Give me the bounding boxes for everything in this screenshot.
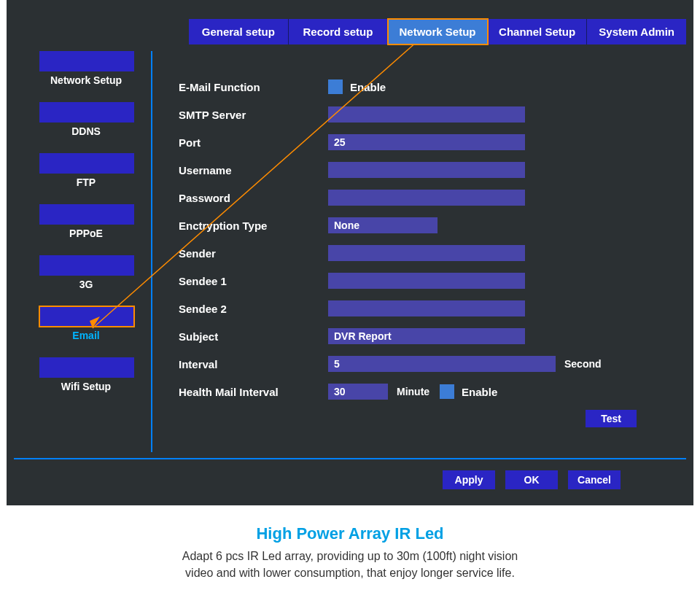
email-settings-form: E-Mail Function Enable SMTP Server Port … <box>152 51 693 452</box>
input-sender[interactable] <box>328 245 525 261</box>
tab-record[interactable]: Record setup <box>289 19 389 44</box>
sidebar: Network Setup DDNS FTP PPPoE 3G Email <box>7 51 152 452</box>
sidebar-item-ddns[interactable]: DDNS <box>39 102 133 143</box>
input-subject[interactable]: DVR Report <box>328 328 525 344</box>
label-port: Port <box>179 136 328 149</box>
apply-button[interactable]: Apply <box>443 470 495 489</box>
sidebar-item-network[interactable]: Network Setup <box>39 51 133 92</box>
label-interval: Interval <box>179 358 328 370</box>
label-password: Password <box>179 192 328 204</box>
unit-second: Second <box>564 358 602 370</box>
label-health-interval: Health Mail Interval <box>179 386 328 398</box>
top-tabs: General setup Record setup Network Setup… <box>7 19 693 44</box>
promo-block: High Power Array IR Led Adapt 6 pcs IR L… <box>0 513 700 603</box>
label-sendee1: Sendee 1 <box>179 275 328 287</box>
promo-line1: Adapt 6 pcs IR Led array, providing up t… <box>0 548 700 564</box>
input-username[interactable] <box>328 162 525 178</box>
label-sendee2: Sendee 2 <box>179 303 328 315</box>
tab-system[interactable]: System Admin <box>587 19 686 44</box>
checkbox-email-enable[interactable] <box>328 79 343 94</box>
cancel-button[interactable]: Cancel <box>568 470 621 489</box>
label-enable: Enable <box>350 81 386 93</box>
promo-title: High Power Array IR Led <box>0 524 700 543</box>
input-port[interactable]: 25 <box>328 134 525 150</box>
select-encryption-type[interactable]: None <box>328 217 438 233</box>
sidebar-item-wifi[interactable]: Wifi Setup <box>39 357 133 398</box>
footer-buttons: Apply OK Cancel <box>14 458 686 505</box>
tab-general[interactable]: General setup <box>189 19 289 44</box>
input-password[interactable] <box>328 190 525 206</box>
label-username: Username <box>179 164 328 176</box>
label-health-enable: Enable <box>462 386 497 398</box>
ok-button[interactable]: OK <box>505 470 558 489</box>
label-email-function: E-Mail Function <box>179 81 328 93</box>
input-sendee1[interactable] <box>328 273 525 289</box>
label-subject: Subject <box>179 330 328 343</box>
label-smtp: SMTP Server <box>179 109 328 121</box>
tab-network[interactable]: Network Setup <box>388 19 488 44</box>
input-health-interval[interactable]: 30 <box>328 384 388 400</box>
input-sendee2[interactable] <box>328 300 525 316</box>
label-encryption: Enctryption Type <box>179 220 328 232</box>
sidebar-item-email[interactable]: Email <box>39 306 133 347</box>
sidebar-item-pppoe[interactable]: PPPoE <box>39 204 133 245</box>
unit-minute: Minute <box>397 386 429 397</box>
label-sender: Sender <box>179 247 328 260</box>
checkbox-health-enable[interactable] <box>440 384 454 399</box>
promo-line2: video and with lower consumption, that e… <box>0 564 700 581</box>
input-interval[interactable]: 5 <box>328 356 556 372</box>
sidebar-item-3g[interactable]: 3G <box>39 255 133 296</box>
test-button[interactable]: Test <box>586 410 637 427</box>
sidebar-item-ftp[interactable]: FTP <box>39 153 133 194</box>
tab-channel[interactable]: Channel Setup <box>488 19 588 44</box>
input-smtp-server[interactable] <box>328 106 525 123</box>
